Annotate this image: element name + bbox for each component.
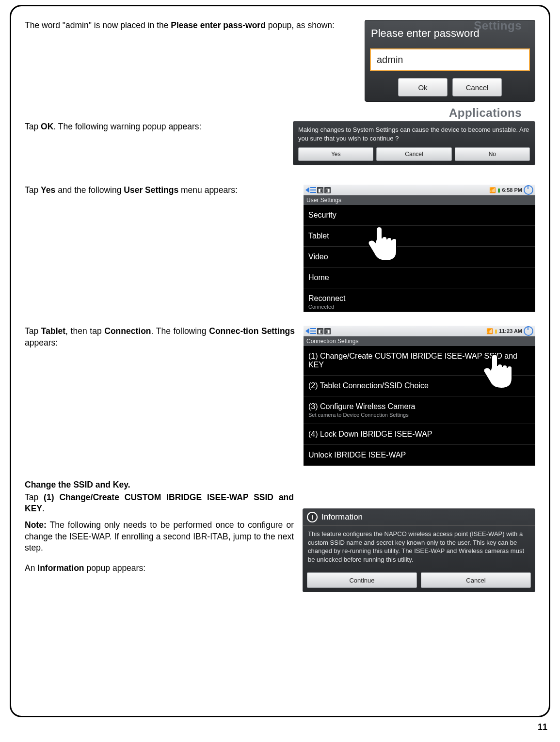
ok-button[interactable]: Ok bbox=[398, 78, 448, 96]
text-bold: Please enter pass-word bbox=[171, 20, 266, 30]
status-chip: ◨ bbox=[324, 187, 331, 193]
status-left: ◧ ◨ bbox=[305, 187, 331, 193]
power-icon[interactable] bbox=[524, 326, 533, 336]
text-connection-settings: Tap Tablet, then tap Connection. The fol… bbox=[25, 326, 295, 348]
menu-item-configure-camera[interactable]: (3) Configure Wireless Camera Set camera… bbox=[304, 396, 535, 424]
status-right: 📶 ▮ 6:58 PM bbox=[489, 185, 533, 195]
section-warning: Tap OK. The following warning popup appe… bbox=[25, 121, 535, 165]
text: . bbox=[42, 504, 45, 513]
menu-item-sub: Connected bbox=[308, 304, 530, 310]
status-right: 📶 ▮ 11:23 AM bbox=[486, 326, 533, 336]
cancel-button[interactable]: Cancel bbox=[421, 572, 531, 588]
section-password: The word "admin" is now placed in the Pl… bbox=[25, 20, 535, 102]
battery-icon: ▮ bbox=[495, 328, 497, 334]
text: , then tap bbox=[65, 326, 104, 336]
text: The following only needs to be performed… bbox=[25, 520, 294, 553]
warning-message: Making changes to System Settings can ca… bbox=[298, 126, 530, 142]
menu-item-tablet[interactable]: Tablet bbox=[304, 226, 535, 247]
warning-button-row: Yes Cancel No bbox=[298, 147, 530, 161]
warning-popup-container: Making changes to System Settings can ca… bbox=[293, 121, 535, 165]
text-password: The word "admin" is now placed in the Pl… bbox=[25, 20, 356, 32]
menu-item-label: (3) Configure Wireless Camera bbox=[308, 402, 530, 411]
info-header: i Information bbox=[303, 509, 535, 526]
cancel-button[interactable]: Cancel bbox=[376, 147, 451, 161]
battery-icon: ▮ bbox=[497, 187, 500, 193]
page-number: 11 bbox=[0, 719, 560, 738]
menu-item-label: Reconnect bbox=[308, 294, 530, 303]
status-left: ◧ ◨ bbox=[305, 328, 331, 334]
page-frame: The word "admin" is now placed in the Pl… bbox=[10, 5, 550, 717]
wifi-icon: 📶 bbox=[486, 328, 493, 334]
text-bold: Connec-tion Settings bbox=[209, 326, 295, 336]
password-popup: Please enter password admin Ok Cancel bbox=[365, 20, 535, 102]
info-icon: i bbox=[307, 512, 318, 522]
information-popup: i Information This feature configures th… bbox=[303, 508, 535, 592]
status-chip: ◧ bbox=[317, 328, 323, 334]
text-warning: Tap OK. The following warning popup appe… bbox=[25, 121, 284, 133]
wifi-icon: 📶 bbox=[489, 187, 496, 193]
bg-text-applications: Applications bbox=[449, 106, 522, 120]
menu-item-reconnect[interactable]: Reconnect Connected bbox=[304, 288, 535, 312]
text: . The following warning popup appears: bbox=[53, 122, 201, 131]
password-input[interactable]: admin bbox=[370, 48, 530, 71]
user-settings-screen-container: ◧ ◨ 📶 ▮ 6:58 PM User Settings Security T… bbox=[304, 185, 535, 312]
power-icon[interactable] bbox=[524, 185, 533, 195]
text-bold: Yes bbox=[41, 185, 55, 195]
menu-item-home[interactable]: Home bbox=[304, 268, 535, 288]
cancel-button[interactable]: Cancel bbox=[452, 78, 502, 96]
menu-item-lock-down[interactable]: (4) Lock Down IBRIDGE ISEE-WAP bbox=[304, 424, 535, 445]
subsection-heading: Change the SSID and Key. bbox=[25, 479, 294, 491]
text-bold: OK bbox=[41, 122, 53, 131]
list-icon bbox=[310, 187, 316, 193]
text: and the following bbox=[55, 185, 124, 195]
tap-hand-icon bbox=[367, 222, 400, 261]
text-bold: Tablet bbox=[41, 326, 65, 336]
text: Tap bbox=[25, 326, 41, 336]
section-connection-settings: Tap Tablet, then tap Connection. The fol… bbox=[25, 326, 535, 466]
text: Tap bbox=[25, 185, 41, 195]
screen-heading: Connection Settings bbox=[304, 336, 535, 346]
tap-hand-icon bbox=[482, 350, 516, 389]
section-user-settings: Tap Yes and the following User Settings … bbox=[25, 185, 535, 312]
status-time: 6:58 PM bbox=[502, 187, 522, 193]
text: An bbox=[25, 563, 37, 573]
text: Tap bbox=[25, 492, 44, 502]
info-button-row: Continue Cancel bbox=[303, 569, 535, 592]
section-change-ssid: Change the SSID and Key. Tap (1) Change/… bbox=[25, 479, 535, 592]
status-chip: ◧ bbox=[317, 187, 323, 193]
note-label: Note: bbox=[25, 520, 47, 530]
text-user-settings: Tap Yes and the following User Settings … bbox=[25, 185, 295, 196]
text: popup appears: bbox=[84, 563, 146, 573]
warning-popup: Making changes to System Settings can ca… bbox=[293, 121, 535, 165]
menu-item-security[interactable]: Security bbox=[304, 205, 535, 226]
status-bar: ◧ ◨ 📶 ▮ 11:23 AM bbox=[304, 326, 535, 336]
list-icon bbox=[310, 328, 316, 334]
connection-settings-screen-container: ◧ ◨ 📶 ▮ 11:23 AM Connection Settings (1)… bbox=[304, 326, 535, 466]
back-icon[interactable] bbox=[305, 328, 309, 334]
no-button[interactable]: No bbox=[455, 147, 530, 161]
information-popup-container: i Information This feature configures th… bbox=[303, 479, 535, 592]
menu-item-sub: Set camera to Device Connection Settings bbox=[308, 412, 530, 418]
text: menu appears: bbox=[178, 185, 238, 195]
connection-settings-screen: ◧ ◨ 📶 ▮ 11:23 AM Connection Settings (1)… bbox=[304, 326, 535, 466]
menu-item-unlock[interactable]: Unlock IBRIDGE ISEE-WAP bbox=[304, 445, 535, 466]
text: appears: bbox=[25, 338, 58, 347]
text-change-ssid: Change the SSID and Key. Tap (1) Change/… bbox=[25, 479, 294, 574]
info-body: This feature configures the NAPCO wirele… bbox=[303, 526, 535, 569]
yes-button[interactable]: Yes bbox=[298, 147, 373, 161]
text-bold: Connection bbox=[104, 326, 151, 336]
password-popup-container: Settings Applications Please enter passw… bbox=[365, 20, 535, 102]
user-settings-screen: ◧ ◨ 📶 ▮ 6:58 PM User Settings Security T… bbox=[304, 185, 535, 312]
status-chip: ◨ bbox=[324, 328, 331, 334]
text: popup, as shown: bbox=[266, 20, 335, 30]
popup-title: Please enter password bbox=[370, 24, 530, 45]
popup-button-row: Ok Cancel bbox=[370, 78, 530, 96]
status-bar: ◧ ◨ 📶 ▮ 6:58 PM bbox=[304, 185, 535, 195]
menu-item-video[interactable]: Video bbox=[304, 247, 535, 268]
text: The word "admin" is now placed in the bbox=[25, 20, 171, 30]
info-title: Information bbox=[321, 512, 363, 522]
status-time: 11:23 AM bbox=[499, 328, 522, 334]
text: Tap bbox=[25, 122, 41, 131]
back-icon[interactable] bbox=[305, 187, 309, 193]
continue-button[interactable]: Continue bbox=[307, 572, 417, 588]
